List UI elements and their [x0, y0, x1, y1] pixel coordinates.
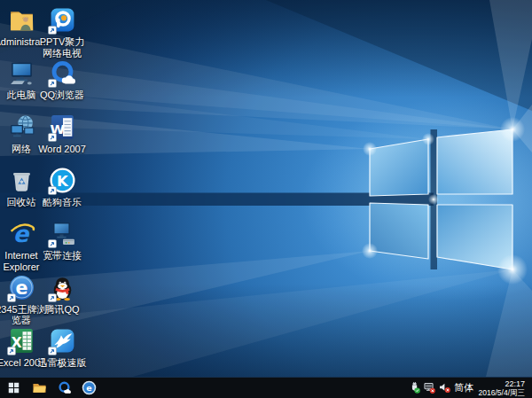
icon-label: 迅雷极速版 — [34, 357, 90, 369]
explorer-folder-icon — [32, 380, 47, 395]
desktop-icon-internet-explorer[interactable]: eInternet Explorer — [2, 219, 41, 272]
svg-text:e: e — [86, 383, 91, 393]
shortcut-arrow-icon — [48, 239, 57, 248]
windows-desktop: Administra...此电脑网络回收站eInternet Explorere… — [0, 0, 532, 398]
windows-logo-icon — [8, 382, 20, 394]
start-button[interactable] — [0, 378, 27, 398]
taskbar-app-file-explorer[interactable] — [27, 378, 51, 398]
clock-date: 2016/5/4/周三 — [479, 388, 525, 397]
desktop-icon-tencent-qq[interactable]: 腾讯QQ — [43, 273, 82, 316]
tray-icon-network-disconnected[interactable] — [424, 382, 435, 394]
taskbar-apps: e — [27, 378, 101, 398]
pptv-icon — [48, 5, 77, 35]
recycle-bin-icon — [7, 166, 36, 195]
user-folder-icon — [7, 5, 36, 35]
qq-browser-icon — [57, 380, 72, 395]
desktop-icon-kugou-music[interactable]: K酷狗音乐 — [43, 166, 82, 208]
qq-browser-icon — [48, 59, 77, 88]
tray-status-icons — [409, 382, 450, 394]
system-tray: 简体 22:17 2016/5/4/周三 — [409, 378, 532, 398]
broadband-icon — [48, 219, 77, 248]
round-e-icon: e — [82, 380, 97, 395]
tray-icon-usb-safely-remove[interactable] — [409, 382, 420, 394]
clock-time: 22:17 — [479, 379, 525, 388]
input-method-indicator[interactable]: 简体 — [455, 383, 474, 393]
desktop-icon-broadband-connection[interactable]: 宽带连接 — [43, 219, 82, 261]
shortcut-arrow-icon — [48, 186, 57, 195]
thunder-icon — [48, 326, 77, 355]
svg-text:K: K — [57, 173, 69, 190]
icon-label: QQ浏览器 — [34, 90, 90, 101]
browser-2345-icon: e — [7, 273, 36, 302]
shortcut-arrow-icon — [48, 133, 57, 142]
ie-icon: e — [7, 219, 36, 248]
svg-text:e: e — [15, 277, 27, 299]
icon-label: 酷狗音乐 — [34, 197, 90, 208]
desktop-icon-2345-browser[interactable]: e2345王牌浏览器 — [2, 273, 41, 326]
shortcut-arrow-icon — [48, 26, 57, 35]
desktop-icon-pptv[interactable]: PPTV聚力 网络电视 — [43, 5, 82, 59]
qq-penguin-icon — [48, 273, 77, 302]
taskbar-app-qq-browser[interactable] — [51, 378, 76, 398]
shortcut-arrow-icon — [7, 293, 16, 302]
word-icon: W — [48, 113, 77, 142]
shortcut-arrow-icon — [48, 79, 57, 88]
icon-label: 腾讯QQ — [34, 304, 90, 316]
network-icon — [7, 113, 36, 142]
desktop-icon-word-2007[interactable]: WWord 2007 — [43, 113, 82, 155]
shortcut-arrow-icon — [7, 347, 16, 355]
this-pc-icon — [7, 59, 36, 88]
taskbar: e 简体 22:17 2016/5/4/周三 — [0, 377, 532, 398]
tray-icon-volume-muted[interactable] — [439, 382, 450, 394]
desktop-icon-thunder-speed[interactable]: 迅雷极速版 — [43, 326, 82, 369]
shortcut-arrow-icon — [48, 293, 57, 302]
icon-label: PPTV聚力 网络电视 — [34, 36, 90, 59]
shortcut-arrow-icon — [48, 347, 57, 355]
icon-label: Word 2007 — [34, 144, 90, 155]
excel-icon: X — [7, 326, 36, 355]
kugou-icon: K — [48, 166, 77, 195]
taskbar-app-2345-browser[interactable]: e — [76, 378, 101, 398]
desktop-icon-qq-browser[interactable]: QQ浏览器 — [43, 59, 82, 101]
taskbar-clock[interactable]: 22:17 2016/5/4/周三 — [479, 379, 525, 397]
icon-label: 宽带连接 — [34, 250, 90, 261]
